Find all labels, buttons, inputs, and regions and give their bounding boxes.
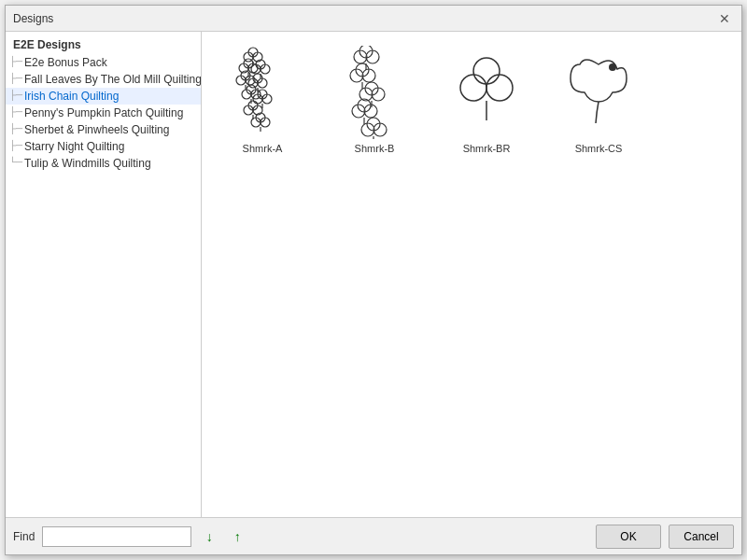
designs-dialog: Designs ✕ E2E Designs E2e Bonus PackFall… — [5, 5, 742, 555]
sidebar-item-starry-night[interactable]: Starry Night Quilting — [6, 138, 201, 155]
svg-point-60 — [609, 63, 616, 71]
svg-point-58 — [486, 75, 513, 101]
sidebar-root: E2E Designs — [6, 35, 201, 54]
design-item-shmrk-cs[interactable]: Shmrk-CS — [547, 41, 650, 159]
main-panel: Shmrk-A — [202, 32, 741, 517]
design-preview-shmrk-b — [332, 46, 416, 139]
design-preview-shmrk-a — [220, 46, 304, 139]
find-input[interactable] — [42, 526, 191, 547]
sidebar: E2E Designs E2e Bonus PackFall Leaves By… — [6, 32, 202, 517]
content-area: E2E Designs E2e Bonus PackFall Leaves By… — [6, 32, 741, 517]
bottom-bar: Find ↓ ↑ OK Cancel — [6, 517, 741, 554]
sidebar-item-fall-leaves[interactable]: Fall Leaves By The Old Mill Quilting — [6, 71, 201, 88]
svg-point-48 — [352, 105, 365, 118]
design-item-shmrk-br[interactable]: Shmrk-BR — [435, 41, 538, 159]
navigate-down-button[interactable]: ↓ — [199, 526, 219, 547]
design-preview-shmrk-cs — [557, 46, 641, 139]
design-preview-shmrk-br — [444, 46, 529, 139]
svg-point-40 — [350, 69, 363, 82]
dialog-title: Designs — [13, 12, 53, 25]
sidebar-item-irish-chain[interactable]: Irish Chain Quilting — [6, 88, 201, 105]
svg-point-36 — [354, 50, 367, 63]
design-label-shmrk-br: Shmrk-BR — [463, 143, 511, 154]
sidebar-item-sherbet[interactable]: Sherbet & Pinwheels Quilting — [6, 121, 201, 138]
navigate-up-button[interactable]: ↑ — [227, 526, 247, 547]
design-label-shmrk-b: Shmrk-B — [355, 143, 395, 154]
ok-button[interactable]: OK — [596, 525, 661, 549]
svg-point-57 — [460, 75, 486, 101]
svg-point-52 — [361, 123, 374, 136]
design-item-shmrk-a[interactable]: Shmrk-A — [211, 41, 314, 159]
cancel-button[interactable]: Cancel — [669, 525, 734, 549]
design-label-shmrk-cs: Shmrk-CS — [575, 143, 623, 154]
svg-point-56 — [473, 58, 500, 84]
title-bar: Designs ✕ — [6, 6, 741, 32]
design-label-shmrk-a: Shmrk-A — [243, 143, 283, 154]
sidebar-item-e2e-bonus[interactable]: E2e Bonus Pack — [6, 54, 201, 71]
sidebar-item-pennys-pumpkin[interactable]: Penny's Pumpkin Patch Quilting — [6, 105, 201, 121]
find-label: Find — [13, 530, 35, 543]
sidebar-item-tulip[interactable]: Tulip & Windmills Quilting — [6, 155, 201, 172]
close-button[interactable]: ✕ — [715, 9, 734, 28]
design-item-shmrk-b[interactable]: Shmrk-B — [323, 41, 426, 159]
